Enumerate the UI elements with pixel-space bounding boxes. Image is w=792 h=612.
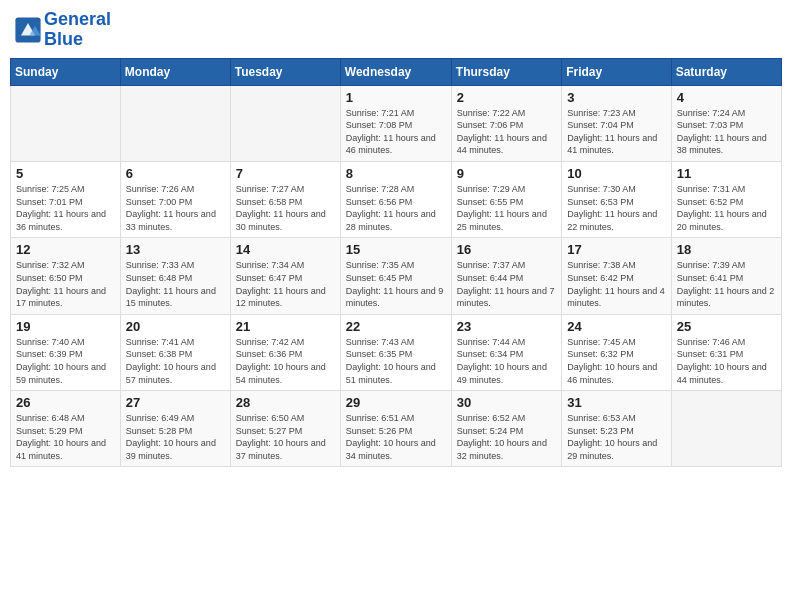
calendar-cell: 6Sunrise: 7:26 AM Sunset: 7:00 PM Daylig…	[120, 161, 230, 237]
calendar-cell: 21Sunrise: 7:42 AM Sunset: 6:36 PM Dayli…	[230, 314, 340, 390]
day-info: Sunrise: 7:42 AM Sunset: 6:36 PM Dayligh…	[236, 336, 335, 386]
calendar-cell: 14Sunrise: 7:34 AM Sunset: 6:47 PM Dayli…	[230, 238, 340, 314]
day-info: Sunrise: 7:46 AM Sunset: 6:31 PM Dayligh…	[677, 336, 776, 386]
day-info: Sunrise: 7:29 AM Sunset: 6:55 PM Dayligh…	[457, 183, 556, 233]
day-number: 17	[567, 242, 665, 257]
calendar-cell: 3Sunrise: 7:23 AM Sunset: 7:04 PM Daylig…	[562, 85, 671, 161]
day-number: 12	[16, 242, 115, 257]
day-info: Sunrise: 7:31 AM Sunset: 6:52 PM Dayligh…	[677, 183, 776, 233]
day-info: Sunrise: 6:49 AM Sunset: 5:28 PM Dayligh…	[126, 412, 225, 462]
calendar-cell: 9Sunrise: 7:29 AM Sunset: 6:55 PM Daylig…	[451, 161, 561, 237]
logo-text: General Blue	[44, 10, 111, 50]
page-header: General Blue	[10, 10, 782, 50]
day-info: Sunrise: 7:38 AM Sunset: 6:42 PM Dayligh…	[567, 259, 665, 309]
day-info: Sunrise: 6:50 AM Sunset: 5:27 PM Dayligh…	[236, 412, 335, 462]
calendar-cell: 5Sunrise: 7:25 AM Sunset: 7:01 PM Daylig…	[11, 161, 121, 237]
day-number: 13	[126, 242, 225, 257]
weekday-header: Friday	[562, 58, 671, 85]
day-number: 20	[126, 319, 225, 334]
calendar-week-row: 26Sunrise: 6:48 AM Sunset: 5:29 PM Dayli…	[11, 391, 782, 467]
calendar-header-row: SundayMondayTuesdayWednesdayThursdayFrid…	[11, 58, 782, 85]
day-info: Sunrise: 7:21 AM Sunset: 7:08 PM Dayligh…	[346, 107, 446, 157]
day-number: 11	[677, 166, 776, 181]
day-info: Sunrise: 6:52 AM Sunset: 5:24 PM Dayligh…	[457, 412, 556, 462]
weekday-header: Thursday	[451, 58, 561, 85]
weekday-header: Wednesday	[340, 58, 451, 85]
logo: General Blue	[14, 10, 111, 50]
calendar-cell: 7Sunrise: 7:27 AM Sunset: 6:58 PM Daylig…	[230, 161, 340, 237]
calendar-cell: 24Sunrise: 7:45 AM Sunset: 6:32 PM Dayli…	[562, 314, 671, 390]
day-number: 31	[567, 395, 665, 410]
day-info: Sunrise: 7:27 AM Sunset: 6:58 PM Dayligh…	[236, 183, 335, 233]
day-number: 9	[457, 166, 556, 181]
day-number: 3	[567, 90, 665, 105]
day-number: 4	[677, 90, 776, 105]
day-number: 25	[677, 319, 776, 334]
calendar-cell: 16Sunrise: 7:37 AM Sunset: 6:44 PM Dayli…	[451, 238, 561, 314]
weekday-header: Sunday	[11, 58, 121, 85]
calendar-cell: 1Sunrise: 7:21 AM Sunset: 7:08 PM Daylig…	[340, 85, 451, 161]
day-number: 14	[236, 242, 335, 257]
day-number: 18	[677, 242, 776, 257]
calendar-week-row: 5Sunrise: 7:25 AM Sunset: 7:01 PM Daylig…	[11, 161, 782, 237]
calendar-cell: 19Sunrise: 7:40 AM Sunset: 6:39 PM Dayli…	[11, 314, 121, 390]
weekday-header: Tuesday	[230, 58, 340, 85]
calendar-cell: 22Sunrise: 7:43 AM Sunset: 6:35 PM Dayli…	[340, 314, 451, 390]
day-number: 27	[126, 395, 225, 410]
calendar-cell: 12Sunrise: 7:32 AM Sunset: 6:50 PM Dayli…	[11, 238, 121, 314]
day-number: 15	[346, 242, 446, 257]
calendar-cell: 4Sunrise: 7:24 AM Sunset: 7:03 PM Daylig…	[671, 85, 781, 161]
calendar-cell: 25Sunrise: 7:46 AM Sunset: 6:31 PM Dayli…	[671, 314, 781, 390]
day-number: 24	[567, 319, 665, 334]
day-info: Sunrise: 7:34 AM Sunset: 6:47 PM Dayligh…	[236, 259, 335, 309]
calendar-cell: 18Sunrise: 7:39 AM Sunset: 6:41 PM Dayli…	[671, 238, 781, 314]
day-number: 7	[236, 166, 335, 181]
calendar-cell	[11, 85, 121, 161]
calendar-table: SundayMondayTuesdayWednesdayThursdayFrid…	[10, 58, 782, 468]
day-number: 5	[16, 166, 115, 181]
calendar-week-row: 19Sunrise: 7:40 AM Sunset: 6:39 PM Dayli…	[11, 314, 782, 390]
calendar-cell: 23Sunrise: 7:44 AM Sunset: 6:34 PM Dayli…	[451, 314, 561, 390]
weekday-header: Saturday	[671, 58, 781, 85]
day-info: Sunrise: 7:22 AM Sunset: 7:06 PM Dayligh…	[457, 107, 556, 157]
day-number: 23	[457, 319, 556, 334]
day-number: 10	[567, 166, 665, 181]
calendar-cell: 2Sunrise: 7:22 AM Sunset: 7:06 PM Daylig…	[451, 85, 561, 161]
day-number: 22	[346, 319, 446, 334]
day-info: Sunrise: 7:43 AM Sunset: 6:35 PM Dayligh…	[346, 336, 446, 386]
day-info: Sunrise: 7:28 AM Sunset: 6:56 PM Dayligh…	[346, 183, 446, 233]
day-info: Sunrise: 7:35 AM Sunset: 6:45 PM Dayligh…	[346, 259, 446, 309]
calendar-cell: 30Sunrise: 6:52 AM Sunset: 5:24 PM Dayli…	[451, 391, 561, 467]
logo-icon	[14, 16, 42, 44]
day-info: Sunrise: 7:45 AM Sunset: 6:32 PM Dayligh…	[567, 336, 665, 386]
day-number: 21	[236, 319, 335, 334]
day-info: Sunrise: 7:26 AM Sunset: 7:00 PM Dayligh…	[126, 183, 225, 233]
calendar-cell: 17Sunrise: 7:38 AM Sunset: 6:42 PM Dayli…	[562, 238, 671, 314]
calendar-cell: 10Sunrise: 7:30 AM Sunset: 6:53 PM Dayli…	[562, 161, 671, 237]
day-info: Sunrise: 7:24 AM Sunset: 7:03 PM Dayligh…	[677, 107, 776, 157]
day-info: Sunrise: 7:41 AM Sunset: 6:38 PM Dayligh…	[126, 336, 225, 386]
day-info: Sunrise: 7:39 AM Sunset: 6:41 PM Dayligh…	[677, 259, 776, 309]
day-number: 6	[126, 166, 225, 181]
day-number: 2	[457, 90, 556, 105]
day-number: 16	[457, 242, 556, 257]
calendar-week-row: 12Sunrise: 7:32 AM Sunset: 6:50 PM Dayli…	[11, 238, 782, 314]
day-info: Sunrise: 6:48 AM Sunset: 5:29 PM Dayligh…	[16, 412, 115, 462]
calendar-cell: 28Sunrise: 6:50 AM Sunset: 5:27 PM Dayli…	[230, 391, 340, 467]
day-number: 26	[16, 395, 115, 410]
weekday-header: Monday	[120, 58, 230, 85]
day-info: Sunrise: 7:23 AM Sunset: 7:04 PM Dayligh…	[567, 107, 665, 157]
day-info: Sunrise: 7:33 AM Sunset: 6:48 PM Dayligh…	[126, 259, 225, 309]
day-info: Sunrise: 7:44 AM Sunset: 6:34 PM Dayligh…	[457, 336, 556, 386]
day-number: 28	[236, 395, 335, 410]
day-number: 29	[346, 395, 446, 410]
day-number: 19	[16, 319, 115, 334]
calendar-cell: 15Sunrise: 7:35 AM Sunset: 6:45 PM Dayli…	[340, 238, 451, 314]
day-number: 8	[346, 166, 446, 181]
calendar-cell: 29Sunrise: 6:51 AM Sunset: 5:26 PM Dayli…	[340, 391, 451, 467]
calendar-cell: 8Sunrise: 7:28 AM Sunset: 6:56 PM Daylig…	[340, 161, 451, 237]
day-info: Sunrise: 7:30 AM Sunset: 6:53 PM Dayligh…	[567, 183, 665, 233]
calendar-cell	[230, 85, 340, 161]
calendar-cell: 26Sunrise: 6:48 AM Sunset: 5:29 PM Dayli…	[11, 391, 121, 467]
day-info: Sunrise: 6:51 AM Sunset: 5:26 PM Dayligh…	[346, 412, 446, 462]
